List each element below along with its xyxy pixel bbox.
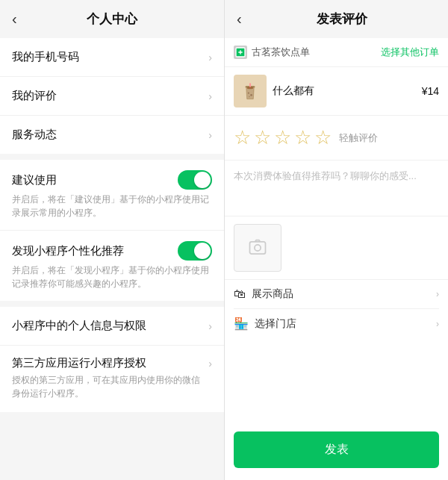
settings-section: 建议使用 并启后，将在「建议使用」基于你的小程序使用记录展示常用的小程序。 发现… bbox=[0, 160, 224, 301]
svg-point-4 bbox=[248, 93, 249, 94]
star-3[interactable]: ☆ bbox=[274, 126, 291, 149]
right-back-button[interactable]: ‹ bbox=[237, 10, 242, 28]
left-back-button[interactable]: ‹ bbox=[12, 10, 17, 28]
chevron-right-icon: › bbox=[208, 358, 212, 370]
star-label: 轻触评价 bbox=[339, 131, 378, 145]
svg-point-5 bbox=[250, 94, 252, 96]
submit-area: 发表 bbox=[225, 420, 448, 480]
order-shop: 古茗茶饮点单 bbox=[234, 46, 310, 59]
comment-placeholder-text: 本次消费体验值得推荐吗？聊聊你的感受... bbox=[234, 169, 439, 207]
shop-label: 古茗茶饮点单 bbox=[252, 46, 310, 59]
bag-icon: 🛍 bbox=[234, 287, 246, 301]
chevron-right-icon: › bbox=[436, 289, 439, 299]
review-content: 古茗茶饮点单 选择其他订单 bbox=[225, 38, 448, 480]
extra-options: 🛍 展示商品 › 🏪 选择门店 › bbox=[225, 280, 448, 338]
svg-point-3 bbox=[247, 87, 254, 89]
store-icon: 🏪 bbox=[234, 317, 249, 331]
right-title: 发表评价 bbox=[248, 10, 436, 28]
menu-item-phone[interactable]: 我的手机号码 › bbox=[0, 38, 224, 77]
chevron-right-icon: › bbox=[208, 90, 212, 102]
left-title: 个人中心 bbox=[87, 10, 137, 28]
product-row: 什么都有 ¥14 bbox=[225, 67, 448, 116]
comment-area[interactable]: 本次消费体验值得推荐吗？聊聊你的感受... bbox=[225, 160, 448, 216]
right-panel: ‹ 发表评价 古茗茶饮点单 选择其他订单 bbox=[224, 0, 448, 480]
right-header: ‹ 发表评价 bbox=[225, 0, 448, 38]
menu-item-privacy[interactable]: 小程序中的个人信息与权限 › bbox=[0, 307, 224, 346]
discover-mini-toggle[interactable] bbox=[178, 241, 212, 261]
chevron-right-icon: › bbox=[208, 52, 212, 63]
star-4[interactable]: ☆ bbox=[294, 126, 311, 149]
menu-item-reviews[interactable]: 我的评价 › bbox=[0, 77, 224, 116]
menu-item-reviews-label: 我的评价 bbox=[12, 89, 57, 103]
menu-item-phone-label: 我的手机号码 bbox=[12, 50, 79, 64]
main-menu-section: 我的手机号码 › 我的评价 › 服务动态 › bbox=[0, 38, 224, 154]
show-products-label: 展示商品 bbox=[252, 287, 293, 301]
setting-recommend-use-desc: 并启后，将在「建议使用」基于你的小程序使用记录展示常用的小程序。 bbox=[12, 193, 212, 219]
bottom-menu-section: 小程序中的个人信息与权限 › 第三方应用运行小程序授权 授权的第三方应用，可在其… bbox=[0, 307, 224, 412]
product-price: ¥14 bbox=[422, 85, 439, 97]
star-2[interactable]: ☆ bbox=[254, 126, 271, 149]
setting-recommend-use-title: 建议使用 bbox=[12, 173, 57, 187]
menu-item-third-party-desc: 授权的第三方应用，可在其应用内使用你的微信身份运行小程序。 bbox=[12, 373, 208, 400]
menu-item-third-party-title: 第三方应用运行小程序授权 bbox=[12, 356, 208, 370]
chevron-right-icon: › bbox=[208, 320, 212, 332]
setting-discover-mini: 发现小程序个性化推荐 并启后，将在「发现小程序」基于你的小程序使用记录推荐你可能… bbox=[0, 231, 224, 301]
select-store-label: 选择门店 bbox=[255, 317, 296, 331]
svg-rect-7 bbox=[250, 242, 266, 254]
photo-upload-area bbox=[225, 216, 448, 280]
product-name: 什么都有 bbox=[273, 84, 422, 98]
product-image bbox=[234, 75, 267, 107]
select-other-order-link[interactable]: 选择其他订单 bbox=[381, 46, 439, 59]
left-header: ‹ 个人中心 bbox=[0, 0, 224, 38]
stars-row: ☆ ☆ ☆ ☆ ☆ 轻触评价 bbox=[225, 116, 448, 160]
left-panel: ‹ 个人中心 我的手机号码 › 我的评价 › 服务动态 › 建议使用 并启后，将… bbox=[0, 0, 224, 480]
setting-recommend-use: 建议使用 并启后，将在「建议使用」基于你的小程序使用记录展示常用的小程序。 bbox=[0, 160, 224, 231]
menu-item-privacy-label: 小程序中的个人信息与权限 bbox=[12, 319, 146, 333]
svg-point-8 bbox=[255, 245, 261, 251]
star-1[interactable]: ☆ bbox=[234, 126, 251, 149]
menu-item-service[interactable]: 服务动态 › bbox=[0, 116, 224, 154]
menu-item-third-party[interactable]: 第三方应用运行小程序授权 授权的第三方应用，可在其应用内使用你的微信身份运行小程… bbox=[0, 346, 224, 412]
recommend-use-toggle[interactable] bbox=[178, 170, 212, 190]
setting-discover-mini-desc: 并启后，将在「发现小程序」基于你的小程序使用记录推荐你可能感兴趣的小程序。 bbox=[12, 264, 212, 290]
setting-discover-mini-title: 发现小程序个性化推荐 bbox=[12, 244, 124, 258]
star-5[interactable]: ☆ bbox=[314, 126, 332, 149]
select-store-option[interactable]: 🏪 选择门店 › bbox=[234, 309, 439, 338]
menu-item-service-label: 服务动态 bbox=[12, 128, 57, 142]
svg-point-6 bbox=[249, 96, 250, 98]
shop-icon bbox=[234, 46, 247, 59]
chevron-right-icon: › bbox=[436, 319, 439, 329]
chevron-right-icon: › bbox=[208, 129, 212, 141]
photo-upload-button[interactable] bbox=[234, 224, 281, 272]
order-info-row: 古茗茶饮点单 选择其他订单 bbox=[225, 38, 448, 67]
submit-button[interactable]: 发表 bbox=[234, 431, 439, 468]
show-products-option[interactable]: 🛍 展示商品 › bbox=[234, 280, 439, 309]
